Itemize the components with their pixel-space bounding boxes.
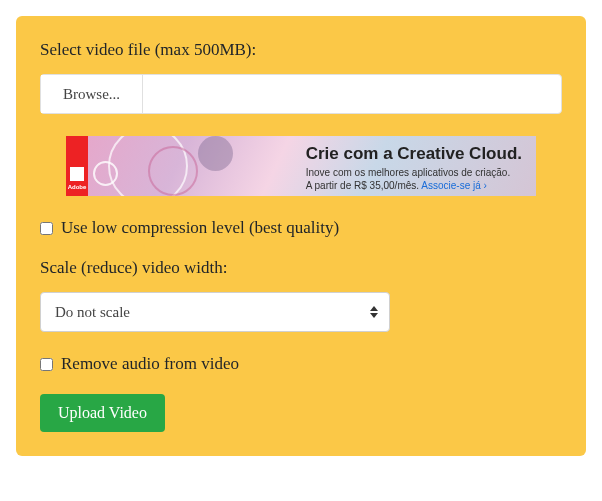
ad-subline-2: A partir de R$ 35,00/mês. Associe-se já …: [306, 179, 522, 192]
low-compression-label: Use low compression level (best quality): [61, 218, 339, 238]
scale-select[interactable]: Do not scale: [40, 292, 390, 332]
ad-decoration: [88, 136, 288, 196]
remove-audio-label: Remove audio from video: [61, 354, 239, 374]
ad-logo-text: Adobe: [68, 184, 87, 190]
ad-price-text: A partir de R$ 35,00/mês.: [306, 180, 422, 191]
remove-audio-row[interactable]: Remove audio from video: [40, 354, 562, 374]
browse-button[interactable]: Browse...: [41, 75, 143, 113]
low-compression-checkbox[interactable]: [40, 222, 53, 235]
ad-cta-link[interactable]: Associe-se já ›: [421, 180, 487, 191]
file-name-display: [143, 75, 561, 113]
adobe-logo-icon: [70, 167, 84, 181]
ad-banner[interactable]: Adobe Crie com a Creative Cloud. Inove c…: [66, 136, 536, 196]
ad-brand-strip: Adobe: [66, 136, 88, 196]
scale-select-wrap: Do not scale: [40, 292, 390, 332]
select-file-label: Select video file (max 500MB):: [40, 40, 562, 60]
file-input-row: Browse...: [40, 74, 562, 114]
scale-label: Scale (reduce) video width:: [40, 258, 562, 278]
remove-audio-checkbox[interactable]: [40, 358, 53, 371]
upload-button[interactable]: Upload Video: [40, 394, 165, 432]
low-compression-row[interactable]: Use low compression level (best quality): [40, 218, 562, 238]
ad-subline-1: Inove com os melhores aplicativos de cri…: [306, 166, 522, 179]
upload-form-panel: Select video file (max 500MB): Browse...…: [16, 16, 586, 456]
ad-text-block: Crie com a Creative Cloud. Inove com os …: [306, 144, 522, 192]
ad-headline: Crie com a Creative Cloud.: [306, 144, 522, 164]
